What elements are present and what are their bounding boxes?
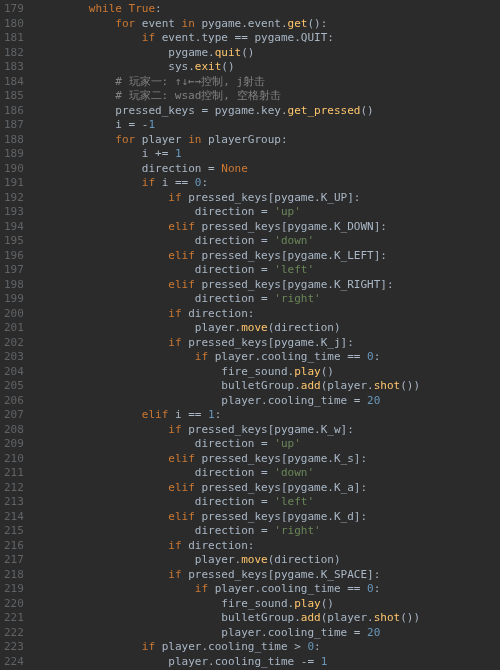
code-line[interactable]: elif pressed_keys[pygame.K_s]:: [36, 452, 420, 467]
identifier: type: [201, 31, 228, 44]
code-line[interactable]: pressed_keys = pygame.key.get_pressed(): [36, 104, 420, 119]
operator: :: [360, 481, 367, 494]
code-line[interactable]: if pressed_keys[pygame.K_UP]:: [36, 191, 420, 206]
code-line[interactable]: elif pressed_keys[pygame.K_d]:: [36, 510, 420, 525]
code-line[interactable]: if i == 0:: [36, 176, 420, 191]
identifier: pygame: [274, 423, 314, 436]
code-line[interactable]: player.cooling_time = 20: [36, 394, 420, 409]
code-line[interactable]: bulletGroup.add(player.shot()): [36, 611, 420, 626]
code-line[interactable]: direction = 'up': [36, 437, 420, 452]
code-area[interactable]: while True: for event in pygame.event.ge…: [32, 0, 420, 670]
function-call: add: [301, 611, 321, 624]
identifier: pressed_keys: [201, 510, 280, 523]
identifier: K_DOWN: [334, 220, 374, 233]
operator: .: [314, 336, 321, 349]
keyword: if: [142, 640, 155, 653]
string-literal: 'up': [274, 437, 301, 450]
operator: :: [155, 2, 162, 15]
operator: :: [354, 191, 361, 204]
code-line[interactable]: if pressed_keys[pygame.K_j]:: [36, 336, 420, 351]
identifier: i: [142, 147, 149, 160]
identifier: K_SPACE: [321, 568, 367, 581]
identifier: pygame: [274, 336, 314, 349]
code-line[interactable]: fire_sound.play(): [36, 365, 420, 380]
code-line[interactable]: direction = 'right': [36, 524, 420, 539]
code-line[interactable]: i = -1: [36, 118, 420, 133]
code-line[interactable]: if player.cooling_time == 0:: [36, 350, 420, 365]
code-line[interactable]: if event.type == pygame.QUIT:: [36, 31, 420, 46]
code-line[interactable]: elif pressed_keys[pygame.K_RIGHT]:: [36, 278, 420, 293]
code-line[interactable]: if player.cooling_time > 0:: [36, 640, 420, 655]
identifier: pygame: [288, 452, 328, 465]
line-number: 208: [4, 423, 24, 438]
code-line[interactable]: for event in pygame.event.get():: [36, 17, 420, 32]
code-line[interactable]: pygame.quit(): [36, 46, 420, 61]
operator: .: [294, 379, 301, 392]
line-number: 180: [4, 17, 24, 32]
identifier: direction: [274, 321, 334, 334]
code-line[interactable]: player.cooling_time = 20: [36, 626, 420, 641]
code-line[interactable]: elif pressed_keys[pygame.K_LEFT]:: [36, 249, 420, 264]
operator: .: [327, 249, 334, 262]
identifier: direction: [195, 263, 255, 276]
code-line[interactable]: i += 1: [36, 147, 420, 162]
code-line[interactable]: elif i == 1:: [36, 408, 420, 423]
code-line[interactable]: elif pressed_keys[pygame.K_a]:: [36, 481, 420, 496]
operator: ]: [380, 278, 387, 291]
code-editor[interactable]: 1791801811821831841851861871881891901911…: [0, 0, 500, 670]
line-number: 203: [4, 350, 24, 365]
code-line[interactable]: direction = 'left': [36, 263, 420, 278]
operator: [: [281, 278, 288, 291]
operator: ): [228, 60, 235, 73]
identifier: i: [162, 176, 169, 189]
function-call: play: [294, 365, 321, 378]
code-line[interactable]: direction = None: [36, 162, 420, 177]
code-line[interactable]: player.move(direction): [36, 321, 420, 336]
identifier: pressed_keys: [201, 452, 280, 465]
identifier: pygame: [288, 510, 328, 523]
code-line[interactable]: direction = 'down': [36, 234, 420, 249]
line-number: 195: [4, 234, 24, 249]
code-line[interactable]: if pressed_keys[pygame.K_SPACE]:: [36, 568, 420, 583]
code-line[interactable]: if player.cooling_time == 0:: [36, 582, 420, 597]
operator: ): [314, 17, 321, 30]
code-line[interactable]: direction = 'right': [36, 292, 420, 307]
operator: :: [314, 640, 321, 653]
line-number: 197: [4, 263, 24, 278]
string-literal: 'up': [274, 205, 301, 218]
operator: .: [327, 278, 334, 291]
string-literal: 'right': [274, 292, 320, 305]
code-line[interactable]: if direction:: [36, 539, 420, 554]
code-line[interactable]: # 玩家一: ↑↓←→控制, j射击: [36, 75, 420, 90]
code-line[interactable]: elif pressed_keys[pygame.K_DOWN]:: [36, 220, 420, 235]
identifier: direction: [195, 466, 255, 479]
code-line[interactable]: sys.exit(): [36, 60, 420, 75]
operator: (: [400, 611, 407, 624]
code-line[interactable]: fire_sound.play(): [36, 597, 420, 612]
code-line[interactable]: bulletGroup.add(player.shot()): [36, 379, 420, 394]
operator: [: [281, 220, 288, 233]
line-number: 182: [4, 46, 24, 61]
line-number: 183: [4, 60, 24, 75]
line-number: 205: [4, 379, 24, 394]
line-number: 189: [4, 147, 24, 162]
code-line[interactable]: direction = 'down': [36, 466, 420, 481]
code-line[interactable]: # 玩家二: wsad控制, 空格射击: [36, 89, 420, 104]
code-line[interactable]: player.cooling_time -= 1: [36, 655, 420, 670]
code-line[interactable]: while True:: [36, 2, 420, 17]
code-line[interactable]: if pressed_keys[pygame.K_w]:: [36, 423, 420, 438]
identifier: pygame: [215, 104, 255, 117]
operator: ]: [347, 191, 354, 204]
code-line[interactable]: direction = 'up': [36, 205, 420, 220]
operator: .: [294, 31, 301, 44]
code-line[interactable]: player.move(direction): [36, 553, 420, 568]
operator: :: [347, 336, 354, 349]
identifier: player: [215, 582, 255, 595]
number-literal: 20: [367, 626, 380, 639]
code-line[interactable]: if direction:: [36, 307, 420, 322]
line-number: 220: [4, 597, 24, 612]
code-line[interactable]: direction = 'left': [36, 495, 420, 510]
operator: ): [327, 365, 334, 378]
code-line[interactable]: for player in playerGroup:: [36, 133, 420, 148]
operator: .: [314, 568, 321, 581]
